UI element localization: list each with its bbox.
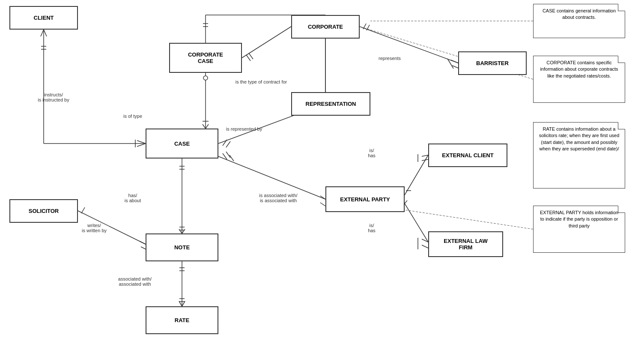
svg-line-18 xyxy=(363,24,366,29)
rel-represented-by: is represented by xyxy=(210,126,278,132)
entity-corporate-case: CORPORATE CASE xyxy=(169,43,242,73)
svg-line-65 xyxy=(140,241,146,244)
svg-line-3 xyxy=(44,30,47,36)
entity-rate: RATE xyxy=(146,306,218,334)
rel-associated-with: is associated with/is associated with xyxy=(242,193,315,203)
svg-line-76 xyxy=(405,210,533,229)
svg-line-44 xyxy=(320,203,325,206)
svg-line-4 xyxy=(137,141,146,144)
rel-assoc-with: associated with/associated with xyxy=(105,276,165,287)
svg-line-15 xyxy=(246,55,250,61)
svg-line-62 xyxy=(182,229,185,233)
entity-solicitor: SOLICITOR xyxy=(9,199,78,223)
rel-is-of-type: is of type xyxy=(113,114,152,119)
entity-corporate: CORPORATE xyxy=(291,15,360,39)
svg-line-41 xyxy=(226,152,230,158)
svg-line-43 xyxy=(320,196,325,199)
rel-is-has-client: is/has xyxy=(359,148,385,158)
svg-point-10 xyxy=(203,76,208,80)
rel-is-has-law: is/has xyxy=(359,223,385,233)
svg-line-53 xyxy=(422,239,428,242)
rel-has-about: has/is about xyxy=(113,193,152,203)
rel-type-contract: is the type of contract for xyxy=(227,79,295,84)
rel-instructs: instructs/is instructed by xyxy=(28,92,79,102)
note-rate: RATE contains information about a solici… xyxy=(533,122,625,188)
svg-line-14 xyxy=(242,27,291,58)
entity-external-client: EXTERNAL CLIENT xyxy=(428,144,507,167)
svg-line-48 xyxy=(422,159,428,161)
entity-external-law-firm: EXTERNAL LAW FIRM xyxy=(428,231,503,257)
svg-line-52 xyxy=(405,200,407,203)
svg-line-16 xyxy=(249,53,253,59)
note-corporate: CORPORATE contains specific information … xyxy=(533,56,625,103)
diagram-canvas: CLIENT CORPORATE BARRISTER CORPORATE CAS… xyxy=(0,0,644,356)
entity-representation: REPRESENTATION xyxy=(291,92,370,116)
svg-line-35 xyxy=(223,140,227,146)
rel-represents: represents xyxy=(370,56,409,61)
svg-line-64 xyxy=(81,207,85,213)
svg-line-2 xyxy=(41,30,44,36)
entity-case: CASE xyxy=(146,129,218,159)
svg-line-40 xyxy=(223,153,227,159)
svg-line-42 xyxy=(230,155,234,161)
svg-line-54 xyxy=(422,245,428,248)
svg-line-61 xyxy=(179,229,182,233)
svg-line-45 xyxy=(405,155,428,195)
svg-line-5 xyxy=(137,144,146,147)
svg-line-69 xyxy=(182,301,185,306)
svg-line-47 xyxy=(422,155,428,156)
svg-line-12 xyxy=(206,124,209,129)
svg-line-36 xyxy=(226,141,230,147)
svg-line-68 xyxy=(179,301,182,306)
rel-writes: writes/is written by xyxy=(69,223,120,233)
svg-line-20 xyxy=(451,60,458,63)
entity-external-party: EXTERNAL PARTY xyxy=(325,186,405,212)
note-case: CASE contains general information about … xyxy=(533,4,625,38)
entity-barrister: BARRISTER xyxy=(458,51,527,75)
entity-note: NOTE xyxy=(146,233,218,261)
svg-line-50 xyxy=(405,203,428,242)
note-external-party: EXTERNAL PARTY holds information to indi… xyxy=(533,206,625,253)
svg-line-22 xyxy=(447,59,453,69)
svg-line-11 xyxy=(203,124,206,129)
entity-client: CLIENT xyxy=(9,6,78,30)
svg-line-19 xyxy=(367,25,370,30)
